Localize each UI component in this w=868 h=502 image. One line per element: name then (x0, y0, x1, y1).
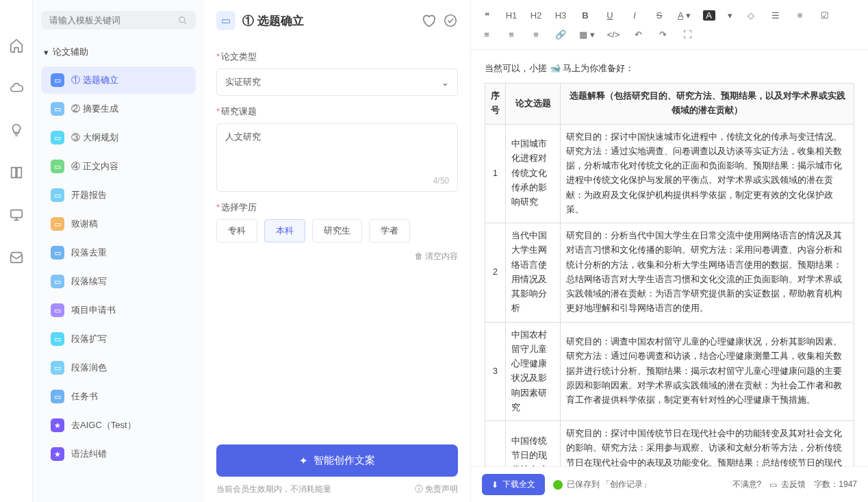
nav-item-abstract[interactable]: ▭② 摘要生成 (41, 95, 196, 123)
star-icon: ★ (51, 418, 64, 432)
cloud-icon[interactable] (9, 80, 24, 95)
nav-item-grammar[interactable]: ★语法纠错 (41, 440, 196, 468)
edu-label: *选择学历 (216, 201, 458, 214)
word-count: 字数：1947 (814, 479, 857, 490)
doc-icon: ▭ (51, 332, 64, 346)
favorite-icon[interactable] (421, 13, 436, 28)
nav-item-polish[interactable]: ▭段落润色 (41, 354, 196, 381)
align-center-icon[interactable]: ≡ (505, 29, 518, 40)
th-index: 序号 (485, 84, 506, 125)
code-icon[interactable]: </> (607, 29, 620, 40)
clear-button[interactable]: 🗑 清空内容 (216, 251, 458, 262)
nav-label: 段落去重 (71, 247, 107, 259)
doc-icon: ▭ (51, 361, 64, 375)
nav-label: 致谢稿 (71, 218, 98, 230)
nav-label: ③ 大纲规划 (71, 131, 118, 144)
th-topic: 论文选题 (506, 84, 561, 125)
disclaimer-link[interactable]: ⓘ 免责声明 (415, 484, 458, 495)
chip-xuezhe[interactable]: 学者 (369, 219, 410, 242)
topic-textarea[interactable]: 人文研究 4/50 (216, 123, 458, 192)
home-icon[interactable] (9, 38, 24, 53)
table-row: 2当代中国大学生网络语言使用情况及其影响分析研究目的：分析当代中国大学生在日常交… (485, 223, 854, 323)
nav-item-expand[interactable]: ▭段落扩写 (41, 325, 196, 353)
nav-item-outline[interactable]: ▭③ 大纲规划 (41, 124, 196, 151)
strike-button[interactable]: S (653, 10, 665, 21)
cell-topic: 当代中国大学生网络语言使用情况及其影响分析 (506, 223, 561, 323)
table-icon[interactable]: ▦ ▾ (579, 29, 595, 40)
download-button[interactable]: ⬇ 下载全文 (482, 474, 545, 495)
results-table: 序号 论文选题 选题解释（包括研究目的、研究方法、预期结果，以及对学术界或实践领… (485, 83, 854, 466)
checklist-button[interactable]: ☑ (819, 10, 831, 21)
svg-rect-0 (10, 210, 22, 218)
h1-button[interactable]: H1 (505, 10, 518, 21)
redo-icon[interactable]: ↷ (656, 29, 669, 40)
type-select[interactable]: 实证研究 ⌄ (216, 68, 458, 96)
cell-index: 3 (485, 322, 506, 421)
download-icon: ⬇ (492, 480, 498, 490)
bg-color-button[interactable]: A (703, 10, 715, 21)
check-circle-icon[interactable] (443, 13, 458, 28)
bold-button[interactable]: B (579, 10, 591, 21)
doc-icon: ▭ (51, 131, 64, 145)
edu-chips: 专科 本科 研究生 学者 (216, 219, 458, 242)
cell-topic: 中国农村留守儿童心理健康状况及影响因素研究 (506, 322, 561, 421)
nav-item-continue[interactable]: ▭段落续写 (41, 268, 196, 295)
svg-point-1 (179, 16, 185, 22)
nav-label: 去AIGC（Test） (71, 419, 136, 431)
cell-topic: 中国城市化进程对传统文化传承的影响研究 (506, 124, 561, 223)
quote-icon[interactable]: ❝ (481, 10, 493, 21)
doc-icon: ▭ (51, 246, 64, 260)
doc-icon: ▭ (51, 160, 64, 173)
underline-button[interactable]: U (604, 10, 616, 21)
editor-toolbar: ❝ H1 H2 H3 B U I S A ▾ A ▾ ◇ ☰ ≡ ☑ ≡ ≡ ≡… (471, 0, 868, 50)
bottom-bar: ⬇ 下载全文 已保存到 「创作记录」 不满意? ▭ 去反馈 字数：1947 (471, 466, 868, 502)
book-icon[interactable] (9, 165, 24, 180)
ul-button[interactable]: ☰ (769, 10, 782, 21)
fullscreen-icon[interactable]: ⛶ (681, 29, 693, 40)
type-value: 实证研究 (225, 76, 261, 88)
h2-button[interactable]: H2 (530, 10, 542, 21)
link-icon[interactable]: 🔗 (554, 29, 567, 40)
caret-down-icon: ▾ (44, 47, 49, 58)
cell-index: 1 (485, 124, 506, 223)
nav-label: 段落续写 (71, 275, 107, 288)
undo-icon[interactable]: ↶ (632, 29, 644, 40)
nav-item-aigc[interactable]: ★去AIGC（Test） (41, 412, 196, 439)
form-header: ▭ ① 选题确立 (216, 11, 458, 30)
nav-item-dedup[interactable]: ▭段落去重 (41, 239, 196, 266)
generate-button[interactable]: ✦ 智能创作文案 (216, 444, 458, 477)
check-dot-icon (553, 480, 563, 490)
nav-label: ② 摘要生成 (71, 103, 118, 115)
search-input[interactable] (49, 15, 178, 25)
align-left-icon[interactable]: ≡ (481, 29, 493, 40)
nav-item-proposal[interactable]: ▭开题报告 (41, 181, 196, 209)
align-right-icon[interactable]: ≡ (530, 29, 542, 40)
nav-item-task[interactable]: ▭任务书 (41, 383, 196, 410)
chip-zhuanke[interactable]: 专科 (216, 219, 257, 242)
h3-button[interactable]: H3 (554, 10, 567, 21)
nav-item-topic[interactable]: ▭① 选题确立 (41, 66, 196, 94)
eraser-icon[interactable]: ◇ (745, 10, 757, 21)
topic-value: 人文研究 (225, 131, 449, 143)
table-row: 1中国城市化进程对传统文化传承的影响研究研究目的：探讨中国快速城市化进程中，传统… (485, 124, 854, 223)
nav-item-apply[interactable]: ▭项目申请书 (41, 297, 196, 324)
group-title[interactable]: ▾ 论文辅助 (41, 42, 196, 62)
th-desc: 选题解释（包括研究目的、研究方法、预期结果，以及对学术界或实践领域的潜在贡献） (561, 84, 854, 125)
info-icon: ⓘ (415, 484, 423, 494)
monitor-icon[interactable] (9, 208, 24, 223)
template-search[interactable] (41, 11, 196, 29)
nav-label: ① 选题确立 (71, 74, 118, 86)
editor-content[interactable]: 当然可以，小搓 🐋 马上为你准备好： 序号 论文选题 选题解释（包括研究目的、研… (471, 50, 868, 466)
nav-item-body[interactable]: ▭④ 正文内容 (41, 153, 196, 180)
bulb-icon[interactable] (9, 123, 24, 138)
chip-benke[interactable]: 本科 (264, 219, 305, 242)
nav-item-thanks[interactable]: ▭致谢稿 (41, 210, 196, 238)
text-color-button[interactable]: A ▾ (678, 10, 691, 21)
nav-label: 开题报告 (71, 189, 107, 201)
doc-icon: ▭ (51, 390, 64, 403)
feedback-link[interactable]: ▭ 去反馈 (769, 479, 806, 490)
ol-button[interactable]: ≡ (794, 10, 806, 21)
inbox-icon[interactable] (9, 250, 24, 265)
chip-yanjiu[interactable]: 研究生 (312, 219, 362, 242)
italic-button[interactable]: I (628, 10, 641, 21)
